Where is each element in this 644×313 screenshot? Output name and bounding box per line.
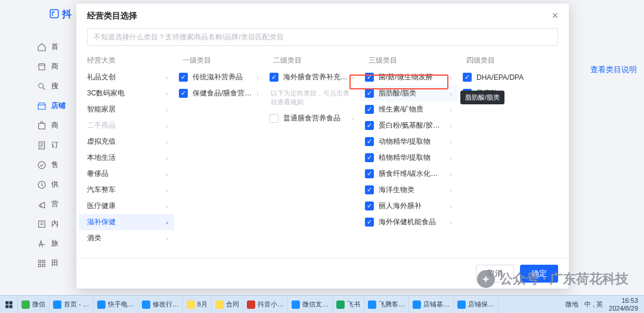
level1-item[interactable]: 保健食品/膳食营养补充...› [174, 85, 265, 101]
row-label: 动物精华/提取物 [379, 137, 431, 147]
store-icon [37, 101, 47, 111]
nav-item-goods[interactable]: 商 [37, 120, 73, 131]
chevron-right-icon: › [450, 219, 452, 226]
taskbar-item[interactable]: 微信 [18, 296, 49, 314]
checkbox[interactable] [365, 153, 374, 162]
nav-item-shop[interactable]: 商 [37, 61, 73, 72]
row-label: 礼品文创 [87, 72, 116, 82]
level3-item[interactable]: 海外保健机能食品› [360, 214, 458, 230]
checkbox[interactable] [270, 73, 278, 82]
level3-item[interactable]: 海洋生物类› [360, 182, 458, 198]
big-category-item[interactable]: 滋补保健› [79, 214, 174, 230]
view-category-doc-link[interactable]: 查看类目说明 [590, 64, 637, 75]
level3-item[interactable]: 菌/菇/微生物发酵› [360, 69, 458, 85]
big-category-item[interactable]: 礼品文创› [79, 69, 174, 85]
taskbar-item[interactable]: 合同 [212, 296, 243, 314]
big-category-item[interactable]: 智能家居› [79, 101, 174, 117]
taskbar-item[interactable]: 飞腾客… [364, 296, 409, 314]
checkbox[interactable] [365, 185, 374, 194]
nav-item-supply[interactable]: 供 [37, 179, 73, 190]
supply-icon [37, 180, 47, 190]
big-category-item[interactable]: 虚拟充值› [79, 134, 174, 150]
nav-item-content[interactable]: 内 [37, 219, 73, 229]
taskbar-item[interactable]: 微信支… [288, 296, 333, 314]
big-category-item[interactable]: 酒类› [79, 230, 174, 246]
level4-item[interactable]: DHA/EPA/DPA [458, 69, 551, 85]
tray-ime[interactable]: 中 , 英 [584, 300, 603, 309]
row-label: 菌/菇/微生物发酵 [379, 72, 433, 82]
search-icon [37, 82, 47, 91]
level3-item[interactable]: 动物精华/提取物› [360, 134, 458, 150]
taskbar-item[interactable]: 修改行… [138, 296, 183, 314]
taskbar-label: 飞腾客… [379, 300, 405, 309]
nav-item-order[interactable]: 订 [37, 140, 73, 150]
svg-rect-10 [42, 264, 45, 266]
big-category-item[interactable]: 奢侈品› [79, 166, 174, 182]
taskbar-item[interactable]: 8月 [183, 296, 212, 314]
nav-item-search[interactable]: 搜 [37, 81, 73, 91]
level2-item[interactable]: 海外膳食营养补充食品› [265, 69, 360, 85]
checkbox[interactable] [365, 169, 374, 178]
checkbox[interactable] [365, 202, 374, 210]
nav-item-home[interactable]: 首 [37, 42, 73, 52]
chevron-right-icon: › [166, 74, 168, 81]
svg-rect-14 [9, 305, 12, 308]
taskbar-item[interactable]: 店铺保… [454, 296, 499, 314]
level3-item[interactable]: 丽人海外膳补› [360, 198, 458, 214]
nav-label: 店铺 [51, 101, 66, 111]
checkbox[interactable] [365, 121, 374, 130]
nav-item-app[interactable]: 田 [37, 258, 73, 268]
checkbox[interactable] [179, 73, 188, 82]
nav-label: 搜 [51, 81, 58, 91]
chevron-right-icon: › [450, 171, 452, 178]
checkbox[interactable] [365, 73, 374, 82]
row-label: 3C数码家电 [87, 88, 125, 98]
order-icon [37, 141, 47, 150]
checkbox[interactable] [365, 105, 374, 114]
level3-item[interactable]: 膳食纤维/碳水化合物› [360, 166, 458, 182]
checkbox[interactable] [270, 114, 278, 123]
level3-item[interactable]: 蛋白粉/氨基酸/胶原蛋白› [360, 117, 458, 134]
checkbox[interactable] [365, 89, 374, 98]
row-label: 维生素/矿物质 [379, 104, 423, 114]
taskbar-label: 快手电… [108, 300, 134, 309]
checkbox[interactable] [463, 73, 472, 82]
taskbar-item[interactable]: 抖音小… [243, 296, 288, 314]
nav-label: 田 [51, 258, 58, 268]
level2-item[interactable]: 普通膳食营养食品› [265, 110, 360, 126]
taskbar-item[interactable]: 首页 - … [49, 296, 94, 314]
taskbar-item[interactable]: 快手电… [94, 296, 138, 314]
checkbox[interactable] [365, 218, 374, 227]
big-category-item[interactable]: 汽车整车› [79, 182, 174, 198]
big-category-item[interactable]: 医疗健康› [79, 198, 174, 214]
category-modal: 经营类目选择 × 经营大类 一级类目 二级类目 三级类目 四级类目 礼品文创›3… [76, 4, 569, 289]
row-label: 酒类 [87, 233, 101, 243]
row-label: 脂肪酸/脂类 [379, 88, 416, 98]
taskbar-item[interactable]: 店铺基… [409, 296, 454, 314]
level3-item[interactable]: 脂肪酸/脂类› [360, 85, 458, 101]
level1-item[interactable]: 传统滋补营养品› [174, 69, 265, 85]
category-search-input[interactable] [87, 28, 558, 46]
big-category-item[interactable]: 本地生活› [79, 150, 174, 166]
svg-point-4 [38, 162, 45, 169]
nav-item-trip[interactable]: 旅 [37, 238, 73, 249]
close-icon[interactable]: × [552, 10, 558, 22]
svg-rect-9 [39, 264, 41, 266]
shop-icon [37, 62, 47, 72]
nav-item-after[interactable]: 售 [37, 160, 73, 170]
checkbox[interactable] [365, 137, 374, 146]
level3-item[interactable]: 维生素/矿物质› [360, 101, 458, 117]
tray-misc[interactable]: 微地 [565, 300, 578, 309]
checkbox[interactable] [179, 89, 188, 98]
level3-item[interactable]: 植物精华/提取物› [360, 150, 458, 166]
taskbar: 微信首页 - …快手电…修改行…8月合同抖音小…微信支…飞书飞腾客…店铺基…店铺… [0, 295, 644, 313]
nav-item-mkt[interactable]: 营 [37, 199, 73, 209]
nav-item-store[interactable]: 店铺 [37, 101, 73, 111]
chevron-right-icon: › [352, 115, 354, 122]
taskbar-label: 抖音小… [258, 300, 284, 309]
start-button[interactable] [0, 296, 18, 314]
big-category-item[interactable]: 3C数码家电› [79, 85, 174, 101]
taskbar-item[interactable]: 飞书 [333, 296, 364, 314]
chevron-right-icon: › [450, 90, 452, 97]
colhead-3: 三级类目 [369, 55, 466, 66]
